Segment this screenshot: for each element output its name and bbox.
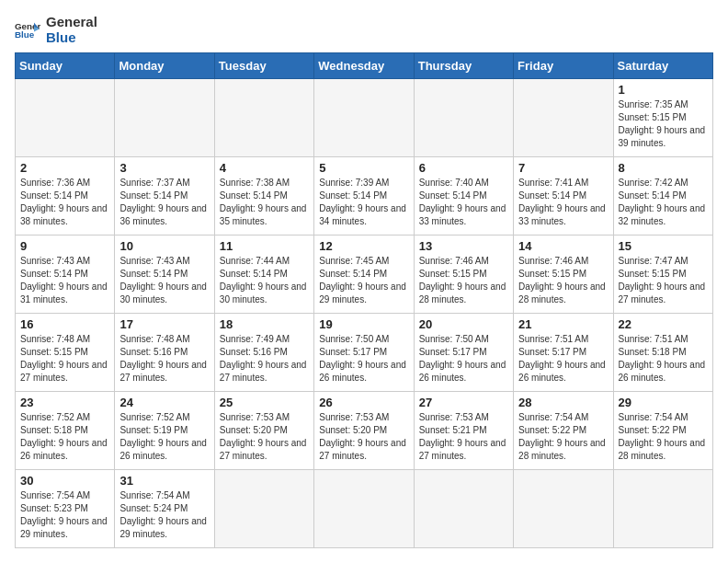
day-info: Sunrise: 7:42 AMSunset: 5:14 PMDaylight:… [619,177,708,228]
calendar-cell: 29Sunrise: 7:54 AMSunset: 5:22 PMDayligh… [613,392,712,470]
calendar-cell: 14Sunrise: 7:46 AMSunset: 5:15 PMDayligh… [514,236,613,314]
day-number: 14 [518,239,608,253]
day-info: Sunrise: 7:45 AMSunset: 5:14 PMDaylight:… [319,255,408,306]
calendar-cell [16,79,115,157]
day-info: Sunrise: 7:54 AMSunset: 5:23 PMDaylight:… [20,489,109,541]
day-number: 7 [518,161,608,175]
logo-icon: General Blue [15,17,40,43]
svg-text:Blue: Blue [15,29,35,40]
day-number: 23 [20,396,109,409]
day-info: Sunrise: 7:51 AMSunset: 5:17 PMDaylight:… [518,333,608,385]
day-number: 24 [119,396,209,409]
day-info: Sunrise: 7:43 AMSunset: 5:14 PMDaylight:… [20,255,109,306]
logo-text-general: General [46,15,97,30]
day-number: 30 [20,474,109,488]
day-number: 20 [419,317,508,331]
logo-text-blue: Blue [46,30,97,46]
calendar-cell: 9Sunrise: 7:43 AMSunset: 5:14 PMDaylight… [16,236,115,314]
calendar-cell: 19Sunrise: 7:50 AMSunset: 5:17 PMDayligh… [314,314,414,392]
day-number: 9 [20,239,109,253]
day-info: Sunrise: 7:48 AMSunset: 5:16 PMDaylight:… [119,333,209,385]
day-number: 17 [119,317,209,331]
calendar-cell: 6Sunrise: 7:40 AMSunset: 5:14 PMDaylight… [414,157,513,236]
day-info: Sunrise: 7:52 AMSunset: 5:19 PMDaylight:… [119,411,209,463]
day-number: 1 [619,83,708,97]
day-number: 8 [619,161,708,175]
calendar-cell: 22Sunrise: 7:51 AMSunset: 5:18 PMDayligh… [613,314,712,392]
calendar-cell: 5Sunrise: 7:39 AMSunset: 5:14 PMDaylight… [314,157,414,236]
calendar-row: 16Sunrise: 7:48 AMSunset: 5:15 PMDayligh… [16,314,713,392]
day-info: Sunrise: 7:53 AMSunset: 5:20 PMDaylight:… [319,411,408,463]
day-info: Sunrise: 7:50 AMSunset: 5:17 PMDaylight:… [419,333,508,385]
day-number: 10 [119,239,209,253]
calendar-cell: 13Sunrise: 7:46 AMSunset: 5:15 PMDayligh… [414,236,513,314]
calendar-cell: 21Sunrise: 7:51 AMSunset: 5:17 PMDayligh… [514,314,613,392]
calendar-cell: 1Sunrise: 7:35 AMSunset: 5:15 PMDaylight… [613,79,712,157]
day-number: 12 [319,239,408,253]
calendar-table: SundayMondayTuesdayWednesdayThursdayFrid… [15,52,713,548]
calendar-cell: 25Sunrise: 7:53 AMSunset: 5:20 PMDayligh… [214,392,313,470]
day-info: Sunrise: 7:52 AMSunset: 5:18 PMDaylight:… [20,411,109,463]
day-number: 19 [319,317,408,331]
weekday-header-row: SundayMondayTuesdayWednesdayThursdayFrid… [16,53,713,79]
calendar-cell: 23Sunrise: 7:52 AMSunset: 5:18 PMDayligh… [16,392,115,470]
day-info: Sunrise: 7:54 AMSunset: 5:22 PMDaylight:… [619,411,708,463]
calendar-cell: 2Sunrise: 7:36 AMSunset: 5:14 PMDaylight… [16,157,115,236]
calendar-row: 23Sunrise: 7:52 AMSunset: 5:18 PMDayligh… [16,392,713,470]
day-number: 25 [220,396,309,409]
day-info: Sunrise: 7:38 AMSunset: 5:14 PMDaylight:… [220,177,309,228]
calendar-cell: 26Sunrise: 7:53 AMSunset: 5:20 PMDayligh… [314,392,414,470]
calendar-row: 2Sunrise: 7:36 AMSunset: 5:14 PMDaylight… [16,157,713,236]
weekday-header-thursday: Thursday [414,53,513,79]
calendar-cell: 10Sunrise: 7:43 AMSunset: 5:14 PMDayligh… [115,236,214,314]
day-info: Sunrise: 7:54 AMSunset: 5:24 PMDaylight:… [119,489,209,541]
calendar-cell [214,79,313,157]
day-number: 28 [518,396,608,409]
calendar-cell [414,79,513,157]
calendar-cell: 4Sunrise: 7:38 AMSunset: 5:14 PMDaylight… [214,157,313,236]
day-number: 11 [220,239,309,253]
day-number: 27 [419,396,508,409]
day-number: 2 [20,161,109,175]
day-info: Sunrise: 7:48 AMSunset: 5:15 PMDaylight:… [20,333,109,385]
calendar-cell [514,79,613,157]
day-number: 26 [319,396,408,409]
calendar-body: 1Sunrise: 7:35 AMSunset: 5:15 PMDaylight… [16,79,713,548]
day-number: 6 [419,161,508,175]
day-number: 13 [419,239,508,253]
weekday-header-sunday: Sunday [16,53,115,79]
day-info: Sunrise: 7:43 AMSunset: 5:14 PMDaylight:… [119,255,209,306]
calendar-row: 1Sunrise: 7:35 AMSunset: 5:15 PMDaylight… [16,79,713,157]
weekday-header-tuesday: Tuesday [214,53,313,79]
day-number: 4 [220,161,309,175]
day-info: Sunrise: 7:36 AMSunset: 5:14 PMDaylight:… [20,177,109,228]
calendar-row: 30Sunrise: 7:54 AMSunset: 5:23 PMDayligh… [16,470,713,548]
calendar-cell: 18Sunrise: 7:49 AMSunset: 5:16 PMDayligh… [214,314,313,392]
calendar-cell: 24Sunrise: 7:52 AMSunset: 5:19 PMDayligh… [115,392,214,470]
calendar-cell [214,470,313,548]
day-info: Sunrise: 7:46 AMSunset: 5:15 PMDaylight:… [419,255,508,306]
calendar-cell [115,79,214,157]
day-info: Sunrise: 7:50 AMSunset: 5:17 PMDaylight:… [319,333,408,385]
calendar-cell: 20Sunrise: 7:50 AMSunset: 5:17 PMDayligh… [414,314,513,392]
calendar-cell: 12Sunrise: 7:45 AMSunset: 5:14 PMDayligh… [314,236,414,314]
day-info: Sunrise: 7:37 AMSunset: 5:14 PMDaylight:… [119,177,209,228]
logo: General Blue General Blue [15,15,97,45]
day-info: Sunrise: 7:35 AMSunset: 5:15 PMDaylight:… [619,98,708,150]
calendar-cell: 7Sunrise: 7:41 AMSunset: 5:14 PMDaylight… [514,157,613,236]
calendar-cell [314,79,414,157]
calendar-cell: 31Sunrise: 7:54 AMSunset: 5:24 PMDayligh… [115,470,214,548]
page-header: General Blue General Blue [15,15,713,45]
day-number: 29 [619,396,708,409]
calendar-cell: 28Sunrise: 7:54 AMSunset: 5:22 PMDayligh… [514,392,613,470]
calendar-cell [314,470,414,548]
day-info: Sunrise: 7:46 AMSunset: 5:15 PMDaylight:… [518,255,608,306]
calendar-cell: 15Sunrise: 7:47 AMSunset: 5:15 PMDayligh… [613,236,712,314]
day-info: Sunrise: 7:41 AMSunset: 5:14 PMDaylight:… [518,177,608,228]
day-number: 16 [20,317,109,331]
day-number: 31 [119,474,209,488]
calendar-cell: 27Sunrise: 7:53 AMSunset: 5:21 PMDayligh… [414,392,513,470]
calendar-cell: 16Sunrise: 7:48 AMSunset: 5:15 PMDayligh… [16,314,115,392]
calendar-row: 9Sunrise: 7:43 AMSunset: 5:14 PMDaylight… [16,236,713,314]
day-number: 3 [119,161,209,175]
